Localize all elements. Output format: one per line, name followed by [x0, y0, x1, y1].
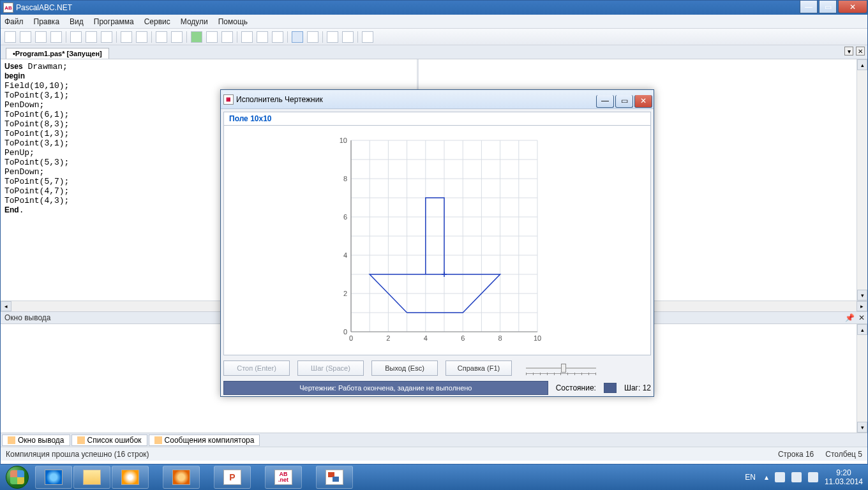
separator [322, 31, 323, 43]
scroll-left-icon[interactable]: ◂ [1, 301, 11, 311]
scroll-up-icon[interactable]: ▴ [857, 59, 867, 70]
stop-button[interactable]: Стоп (Enter) [223, 360, 290, 376]
save-icon[interactable] [35, 31, 47, 43]
language-indicator[interactable]: EN [742, 471, 758, 483]
status-col: Столбец 5 [825, 450, 862, 459]
layout-icon[interactable] [292, 31, 303, 43]
tab-compiler[interactable]: Сообщения компилятора [149, 434, 260, 446]
paste-icon[interactable] [101, 31, 112, 43]
scroll-down-icon[interactable]: ▾ [857, 290, 867, 301]
pascalabc-icon: AB.net [274, 470, 292, 485]
menu-program[interactable]: Программа [94, 17, 134, 26]
statusbar: Компиляция прошла успешно (16 строк) Стр… [1, 447, 867, 461]
svg-text:8: 8 [343, 175, 347, 182]
svg-text:2: 2 [386, 334, 390, 342]
open-file-icon[interactable] [20, 31, 31, 43]
menubar: Файл Правка Вид Программа Сервис Модули … [1, 15, 867, 29]
window3-icon[interactable] [342, 31, 354, 43]
nav-back-icon[interactable] [156, 31, 167, 43]
help-button[interactable]: Справка (F1) [445, 360, 512, 376]
output-title: Окно вывода [4, 313, 51, 322]
task-ie[interactable] [35, 466, 72, 489]
task-explorer[interactable] [73, 466, 110, 489]
tab-output[interactable]: Окно вывода [2, 434, 70, 446]
tab-errors[interactable]: Список ошибок [71, 434, 147, 446]
task-drawman[interactable] [316, 466, 353, 489]
menu-modules[interactable]: Модули [181, 17, 208, 26]
step-button[interactable]: Шаг (Space) [297, 360, 364, 376]
scroll-right-icon[interactable]: ▸ [857, 301, 867, 311]
svg-text:0: 0 [349, 334, 353, 342]
step-over-icon[interactable] [257, 31, 268, 43]
save-all-icon[interactable] [50, 31, 62, 43]
drawman-close-button[interactable]: ✕ [634, 95, 652, 108]
menu-file[interactable]: Файл [4, 17, 24, 26]
output-icon [8, 436, 15, 444]
task-firefox[interactable] [163, 466, 200, 489]
svg-text:0: 0 [343, 328, 347, 336]
tab-errors-label: Список ошибок [87, 436, 142, 445]
help-icon[interactable] [362, 31, 373, 43]
menu-help[interactable]: Помощь [218, 17, 248, 26]
task-wmp[interactable] [112, 466, 149, 489]
field-title: Поле 10x10 [223, 112, 651, 126]
stop-icon[interactable] [206, 31, 218, 43]
close-button[interactable]: ✕ [838, 1, 867, 13]
exit-button[interactable]: Выход (Esc) [371, 360, 438, 376]
editor-tab[interactable]: •Program1.pas* [Запущен] [6, 48, 109, 59]
start-button[interactable] [0, 464, 34, 490]
panel-close-icon[interactable]: ✕ [858, 313, 865, 322]
svg-text:10: 10 [534, 334, 541, 342]
editor-vscrollbar[interactable]: ▴ ▾ [857, 59, 867, 301]
task-pascalabc[interactable]: AB.net [265, 466, 302, 489]
svg-text:8: 8 [498, 334, 502, 342]
step-into-icon[interactable] [241, 31, 253, 43]
drawman-minimize-button[interactable]: — [596, 95, 614, 108]
minimize-button[interactable]: — [800, 1, 818, 13]
copy-icon[interactable] [86, 31, 97, 43]
separator [116, 31, 117, 43]
flag-icon[interactable] [775, 472, 785, 482]
menu-service[interactable]: Сервис [144, 17, 170, 26]
drawman-window: ▦ Исполнитель Чертежник — ▭ ✕ Поле 10x10… [220, 89, 654, 397]
pin-icon[interactable]: 📌 [845, 313, 855, 322]
scroll-up-icon[interactable]: ▴ [857, 324, 867, 335]
window2-icon[interactable] [327, 31, 338, 43]
undo-icon[interactable] [121, 31, 132, 43]
window1-icon[interactable] [307, 31, 318, 43]
clock[interactable]: 9:20 11.03.2014 [825, 468, 863, 487]
volume-icon[interactable] [808, 472, 818, 482]
compiler-icon [154, 436, 162, 444]
status-line: Строка 16 [778, 450, 814, 459]
menu-view[interactable]: Вид [70, 17, 84, 26]
tab-dropdown-icon[interactable]: ▾ [844, 47, 853, 56]
output-vscrollbar[interactable]: ▴ ▾ [857, 324, 867, 433]
tab-compiler-label: Сообщения компилятора [165, 436, 255, 445]
menu-edit[interactable]: Правка [34, 17, 60, 26]
maximize-button[interactable]: ▭ [819, 1, 837, 13]
compile-icon[interactable] [221, 31, 233, 43]
drawman-app-icon: ▦ [223, 94, 234, 105]
redo-icon[interactable] [136, 31, 147, 43]
tray-chevron-icon[interactable]: ▴ [765, 473, 768, 482]
tab-close-icon[interactable]: ✕ [856, 47, 865, 56]
task-powerpoint[interactable]: P [214, 466, 251, 489]
slider-thumb[interactable] [561, 364, 566, 373]
step-out-icon[interactable] [272, 31, 283, 43]
speed-slider[interactable] [526, 362, 596, 374]
titlebar[interactable]: AB PascalABC.NET — ▭ ✕ [1, 1, 867, 15]
clock-time: 9:20 [825, 468, 863, 477]
status-left: Компиляция прошла успешно (16 строк) [6, 450, 149, 459]
bottom-tabs: Окно вывода Список ошибок Сообщения комп… [1, 433, 867, 447]
toolbar [1, 29, 867, 45]
svg-text:10: 10 [340, 137, 347, 144]
separator [151, 31, 152, 43]
scroll-down-icon[interactable]: ▾ [857, 422, 867, 433]
run-icon[interactable] [191, 31, 202, 43]
drawman-maximize-button[interactable]: ▭ [615, 95, 633, 108]
nav-fwd-icon[interactable] [171, 31, 183, 43]
clock-date: 11.03.2014 [825, 477, 863, 486]
new-file-icon[interactable] [4, 31, 16, 43]
cut-icon[interactable] [70, 31, 82, 43]
network-icon[interactable] [791, 472, 802, 482]
